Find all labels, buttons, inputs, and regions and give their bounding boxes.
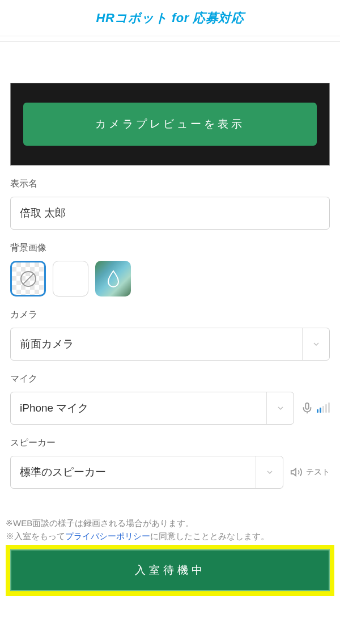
chevron-down-icon — [256, 456, 283, 488]
speaker-value: 標準のスピーカー — [11, 465, 256, 480]
chevron-down-icon — [266, 392, 294, 424]
notice-block: ※WEB面談の様子は録画される場合があります。 ※入室をもってプライバシーポリシ… — [0, 517, 340, 543]
notice-line-2: ※入室をもってプライバシーポリシーに同意したこととみなします。 — [6, 530, 334, 543]
mic-level-bars — [317, 404, 330, 413]
camera-label: カメラ — [10, 309, 330, 321]
camera-group: カメラ 前面カメラ — [10, 309, 330, 361]
bg-option-white[interactable] — [53, 261, 88, 296]
bg-option-blur[interactable] — [95, 261, 131, 296]
mic-group: マイク iPhone マイク — [10, 373, 330, 425]
speaker-group: スピーカー 標準のスピーカー テスト — [10, 437, 330, 489]
display-name-label: 表示名 — [10, 178, 330, 190]
svg-marker-2 — [291, 469, 296, 476]
camera-select[interactable]: 前面カメラ — [10, 328, 330, 361]
sub-header-divider — [0, 36, 340, 42]
svg-rect-0 — [305, 403, 309, 409]
main-content: カメラプレビューを表示 表示名 背景画像 カメラ 前面カメラ — [0, 83, 340, 489]
speaker-icon — [290, 466, 303, 478]
microphone-icon — [301, 402, 313, 414]
display-name-group: 表示名 — [10, 178, 330, 230]
droplet-icon — [106, 270, 121, 288]
logo: HRコボット for 応募対応 — [96, 10, 244, 27]
display-name-input[interactable] — [10, 197, 330, 230]
background-options — [10, 261, 330, 296]
chevron-down-icon — [302, 328, 329, 360]
mic-select[interactable]: iPhone マイク — [10, 392, 294, 425]
background-group: 背景画像 — [10, 242, 330, 296]
bg-option-none[interactable] — [10, 261, 46, 296]
show-preview-button[interactable]: カメラプレビューを表示 — [23, 103, 317, 146]
notice-line-1: ※WEB面談の様子は録画される場合があります。 — [6, 517, 334, 530]
test-label: テスト — [306, 467, 330, 477]
notice-pre: ※入室をもって — [6, 531, 65, 541]
privacy-policy-link[interactable]: プライバシーポリシー — [65, 531, 150, 541]
enter-room-button[interactable]: 入室待機中 — [10, 549, 330, 591]
mic-label: マイク — [10, 373, 330, 385]
mic-level-indicator — [301, 402, 330, 414]
enter-button-highlight: 入室待機中 — [6, 545, 334, 596]
none-icon — [20, 271, 36, 287]
mic-value: iPhone マイク — [11, 401, 266, 416]
camera-value: 前面カメラ — [11, 337, 302, 351]
background-label: 背景画像 — [10, 242, 330, 254]
header: HRコボット for 応募対応 — [0, 0, 340, 36]
speaker-label: スピーカー — [10, 437, 330, 449]
speaker-test[interactable]: テスト — [290, 466, 330, 478]
speaker-select[interactable]: 標準のスピーカー — [10, 456, 283, 489]
notice-post: に同意したこととみなします。 — [150, 531, 269, 541]
camera-preview-panel: カメラプレビューを表示 — [10, 83, 330, 166]
